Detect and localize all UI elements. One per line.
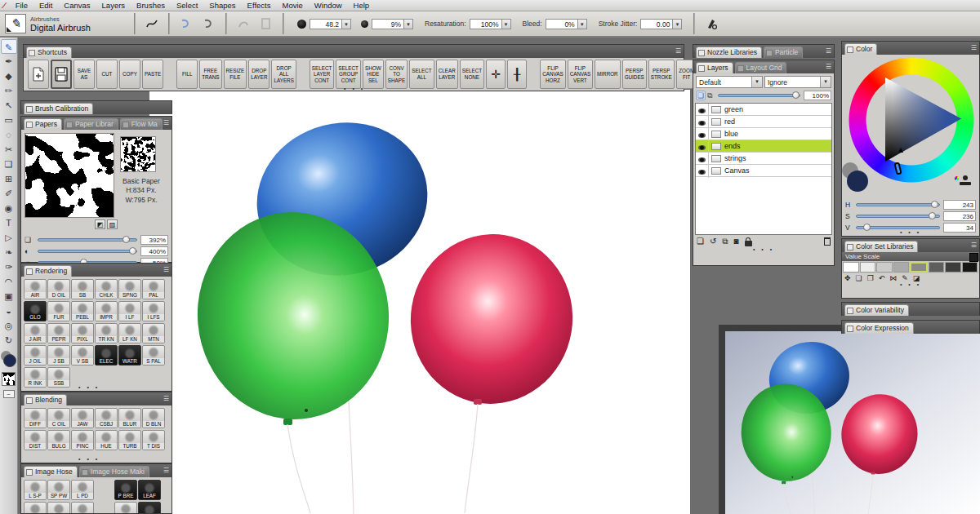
- text-tool[interactable]: T: [1, 215, 17, 230]
- color-stamp-icon[interactable]: [960, 175, 971, 185]
- paper-texture-swatch[interactable]: [2, 372, 16, 386]
- value-swatch[interactable]: [860, 262, 876, 273]
- trash-icon[interactable]: [824, 237, 831, 246]
- s-slider[interactable]: [856, 215, 940, 218]
- paper-contrast-value[interactable]: 400%: [140, 246, 168, 256]
- brush-sp-pw-button[interactable]: SP PW: [47, 502, 70, 514]
- bleed-value[interactable]: 0%: [546, 19, 578, 29]
- crop-tool[interactable]: ⊞: [1, 171, 17, 186]
- spinner-arrow-icon[interactable]: ▼: [404, 19, 413, 29]
- tab-flow-map[interactable]: Flow Ma: [120, 118, 163, 130]
- tab-rendering[interactable]: Rendering: [24, 265, 72, 277]
- tab-brush-calibration[interactable]: Brush Calibration: [24, 103, 93, 114]
- menu-select[interactable]: Select: [171, 1, 203, 10]
- value-swatch[interactable]: [893, 262, 910, 273]
- layer-row-canvas[interactable]: Canvas: [696, 165, 831, 177]
- resaturation-value[interactable]: 100%: [470, 19, 502, 29]
- brush-p-bre-button[interactable]: P BRE: [114, 480, 137, 500]
- menu-movie[interactable]: Movie: [276, 1, 308, 10]
- tab-paper-library[interactable]: Paper Librar: [64, 118, 118, 130]
- brush-pebl-button[interactable]: PEBL: [71, 301, 94, 321]
- brush-impr-button[interactable]: IMPR: [95, 301, 118, 321]
- brush-sp-pw-button[interactable]: SP PW: [47, 480, 70, 500]
- airbrush-tool[interactable]: ✏: [1, 83, 17, 98]
- stroke-style-icon[interactable]: [142, 15, 162, 33]
- tab-color-variability[interactable]: Color Variability: [844, 304, 909, 316]
- menu-edit[interactable]: Edit: [33, 1, 58, 10]
- brush-ivy-button[interactable]: IVY: [138, 502, 161, 514]
- brush-l-pd-button[interactable]: L PD: [71, 502, 94, 514]
- fill-tool[interactable]: ◆: [1, 69, 17, 83]
- color-swatch-pair[interactable]: [842, 162, 870, 192]
- shortcut-clear-layer-button[interactable]: CLEAR LAYER: [436, 60, 458, 89]
- pen-tool-icon[interactable]: [702, 15, 721, 33]
- brush-ssb-button[interactable]: SSB: [47, 367, 70, 388]
- menu-canvas[interactable]: Canvas: [58, 1, 96, 10]
- tab-blending[interactable]: Blending: [24, 394, 67, 405]
- s-value[interactable]: 236: [943, 211, 976, 221]
- paper-texture-preview[interactable]: [24, 133, 114, 218]
- value-swatch[interactable]: [962, 262, 978, 273]
- shortcut-cut-button[interactable]: CUT: [96, 60, 118, 89]
- brush-opacity-spinner[interactable]: 9% ▼: [372, 19, 413, 29]
- layer-opacity-slider[interactable]: [718, 94, 800, 97]
- brush-j-sb-button[interactable]: J SB: [47, 345, 70, 366]
- paper-scale-value[interactable]: 392%: [140, 235, 168, 245]
- shortcut-fill-button[interactable]: FILL: [176, 60, 198, 89]
- spinner-arrow-icon[interactable]: ▼: [673, 19, 682, 29]
- shortcut-select-all-button[interactable]: SELECT ALL: [409, 60, 434, 89]
- brush-i-lfs-button[interactable]: I LFS: [142, 301, 165, 321]
- lock-icon[interactable]: [745, 241, 752, 246]
- reference-image-window[interactable]: [719, 325, 980, 514]
- menu-brushes[interactable]: Brushes: [131, 1, 171, 10]
- resaturation-spinner[interactable]: 100% ▼: [470, 19, 511, 29]
- value-swatch[interactable]: [929, 262, 945, 273]
- tab-layout-grid[interactable]: Layout Grid: [735, 62, 787, 73]
- stroke-jitter-spinner[interactable]: 0.00 ▼: [640, 19, 682, 29]
- rect-select-tool[interactable]: ▭: [1, 113, 17, 127]
- randomize-paper-icon[interactable]: ▨: [107, 219, 118, 229]
- tab-layers[interactable]: Layers: [696, 62, 733, 73]
- value-swatch[interactable]: [843, 262, 859, 273]
- arc-icon[interactable]: [234, 15, 253, 33]
- menu-help[interactable]: Help: [348, 1, 376, 10]
- panel-menu-icon[interactable]: ☰: [163, 467, 169, 474]
- save-button[interactable]: [51, 60, 72, 89]
- shortcut-flip-canvas-vert-button[interactable]: FLIP CANVAS VERT: [568, 60, 593, 89]
- tab-image-hose[interactable]: Image Hose: [24, 466, 78, 477]
- slider-thumb[interactable]: [931, 201, 938, 208]
- layer-group-icon[interactable]: ⧉: [707, 91, 712, 100]
- revert-icon[interactable]: ↶: [879, 274, 885, 282]
- rotate-layer-icon[interactable]: ↺: [710, 237, 716, 246]
- shortcut-resize-file-button[interactable]: RESIZE FILE: [224, 60, 247, 89]
- shape-tool[interactable]: ◉: [1, 201, 17, 215]
- brush-j-oil-button[interactable]: J OIL: [24, 345, 47, 366]
- panel-menu-icon[interactable]: ☰: [163, 266, 169, 273]
- brush-j-air-button[interactable]: J AIR: [24, 323, 47, 343]
- curve-raw-icon[interactable]: [199, 15, 219, 33]
- shortcut-persp-stroke-button[interactable]: PERSP STROKE: [648, 60, 675, 89]
- slider-thumb[interactable]: [122, 236, 130, 243]
- brush-blur-button[interactable]: BLUR: [118, 408, 141, 428]
- panel-menu-icon[interactable]: ☰: [826, 47, 831, 55]
- layer-blend-dropdown[interactable]: Ignore ▼: [764, 76, 831, 88]
- brush-pepr-button[interactable]: PEPR: [47, 323, 70, 343]
- brush-l-s-p-button[interactable]: L S-P: [24, 502, 47, 514]
- menu-effects[interactable]: Effects: [242, 1, 277, 10]
- canvas[interactable]: [149, 90, 690, 514]
- brush-pyro-button[interactable]: PYRO: [114, 502, 137, 514]
- marker-tool[interactable]: ✐: [1, 186, 17, 201]
- brush-turb-button[interactable]: TURB: [118, 430, 141, 450]
- brush-pixl-button[interactable]: PIXL: [71, 323, 94, 343]
- brush-chlk-button[interactable]: CHLK: [95, 279, 118, 299]
- panel-menu-icon[interactable]: ☰: [163, 119, 169, 126]
- brush-bulg-button[interactable]: BULG: [47, 430, 70, 450]
- tab-nozzle-libraries[interactable]: Nozzle Libraries: [696, 47, 762, 58]
- lasso-tool[interactable]: ◌: [1, 127, 17, 142]
- move-tool[interactable]: ↖: [1, 98, 17, 113]
- brush-sb-button[interactable]: SB: [71, 279, 94, 299]
- menu-shapes[interactable]: Shapes: [203, 1, 241, 10]
- paint-layer-icon[interactable]: ❏: [697, 237, 704, 246]
- brush-tr-kn-button[interactable]: TR KN: [95, 323, 118, 343]
- value-swatch[interactable]: [910, 262, 928, 273]
